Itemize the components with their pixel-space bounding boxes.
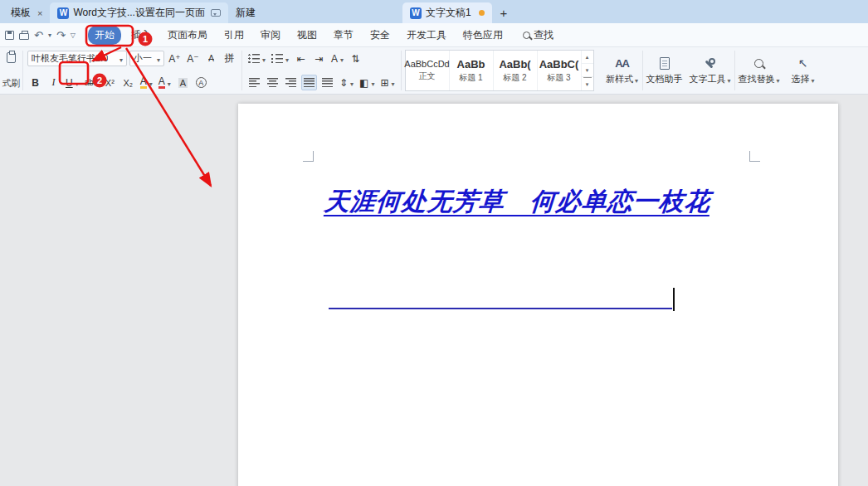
format-painter-label: 式刷 bbox=[2, 77, 21, 90]
redo-icon[interactable]: ↷ bbox=[56, 27, 66, 42]
align-right-button[interactable] bbox=[283, 75, 299, 90]
highlight-color-button[interactable]: A bbox=[139, 75, 154, 90]
margin-crop-mark-right bbox=[749, 151, 760, 162]
line-spacing-icon: ⇕ bbox=[339, 77, 348, 89]
style-heading-2[interactable]: AaBb( 标题 2 bbox=[494, 51, 538, 90]
borders-icon: ⊞ bbox=[380, 77, 388, 89]
chevron-down-icon bbox=[775, 75, 780, 85]
decrease-indent-button[interactable]: ⇤ bbox=[293, 51, 309, 66]
justify-icon bbox=[304, 78, 315, 87]
format-painter-button[interactable]: 式刷 bbox=[0, 47, 22, 94]
gallery-scroll-up-icon[interactable]: ▴ bbox=[582, 51, 593, 64]
tab-bar: 模板 × W Word文字技...设置在同一页面 新建 W 文字文稿1 + bbox=[0, 0, 868, 23]
enclose-characters-button[interactable]: A bbox=[193, 75, 209, 90]
search-icon bbox=[523, 32, 530, 39]
subscript-button[interactable]: X₂ bbox=[120, 75, 136, 90]
text-tools-button[interactable]: 文字工具 bbox=[686, 47, 734, 94]
style-heading-3[interactable]: AaBbC( 标题 3 bbox=[538, 51, 582, 90]
menu-tab-section[interactable]: 章节 bbox=[327, 26, 360, 45]
toolbar-options-caret-icon[interactable]: ▽ bbox=[71, 27, 76, 42]
style-heading-1[interactable]: AaBb 标题 1 bbox=[450, 51, 494, 90]
phonetic-guide-button[interactable]: 拼 bbox=[222, 51, 237, 66]
character-scale-icon: A bbox=[331, 53, 338, 65]
chevron-down-icon bbox=[261, 53, 266, 65]
home-ribbon: 式刷 叶根友毛笔行书2.0 小一 A⁺ A⁻ A 拼 B I bbox=[0, 47, 868, 95]
character-scale-button[interactable]: A bbox=[329, 51, 345, 66]
strikethrough-button[interactable]: abc bbox=[83, 75, 100, 90]
gallery-scroll-down-icon[interactable]: ▾ bbox=[582, 64, 593, 77]
distribute-button[interactable] bbox=[319, 75, 335, 90]
style-normal[interactable]: AaBbCcDd 正文 bbox=[406, 51, 450, 90]
numbered-list-button[interactable] bbox=[270, 51, 290, 66]
print-icon[interactable] bbox=[19, 27, 29, 42]
tab-word-article-label: Word文字技...设置在同一页面 bbox=[73, 6, 204, 20]
gallery-more-icon[interactable]: ▾ bbox=[583, 77, 592, 90]
clear-format-button[interactable]: A bbox=[203, 51, 219, 66]
tab-active-document-label: 文字文稿1 bbox=[426, 6, 471, 20]
undo-history-caret-icon[interactable]: ▾ bbox=[48, 27, 51, 42]
menu-tab-view[interactable]: 视图 bbox=[290, 26, 324, 45]
underline-button[interactable]: U bbox=[64, 75, 80, 90]
bullet-list-button[interactable] bbox=[246, 51, 267, 66]
font-size-combo[interactable]: 小一 bbox=[129, 51, 164, 66]
margin-crop-mark-left bbox=[303, 151, 314, 162]
borders-button[interactable]: ⊞ bbox=[378, 75, 396, 90]
find-replace-button[interactable]: 查找替换 bbox=[735, 47, 783, 94]
style-preview: AaBbCcDd bbox=[404, 59, 449, 69]
menu-tab-insert[interactable]: 插入 bbox=[124, 26, 158, 45]
menu-tab-special-apps[interactable]: 特色应用 bbox=[456, 26, 510, 45]
document-heading-text[interactable]: 天涯何处无芳草 何必单恋一枝花 bbox=[324, 185, 712, 219]
save-icon[interactable] bbox=[5, 27, 14, 42]
close-icon[interactable]: × bbox=[37, 8, 42, 18]
superscript-button[interactable]: X² bbox=[102, 75, 118, 90]
line-spacing-button[interactable]: ⇕ bbox=[338, 75, 355, 90]
font-color-button[interactable]: A bbox=[157, 75, 173, 90]
find-command[interactable]: 查找 bbox=[523, 28, 553, 42]
tab-active-document[interactable]: W 文字文稿1 bbox=[402, 2, 492, 23]
sort-button[interactable]: ⇅ bbox=[348, 51, 363, 66]
styles-gallery: AaBbCcDd 正文 AaBb 标题 1 AaBb( 标题 2 AaBbC( … bbox=[405, 50, 594, 91]
italic-button[interactable]: I bbox=[46, 75, 61, 90]
grow-font-button[interactable]: A⁺ bbox=[167, 51, 183, 66]
chevron-down-icon bbox=[369, 77, 374, 89]
document-assistant-button[interactable]: 文档助手 bbox=[643, 47, 686, 94]
select-button[interactable]: ↖ 选择 bbox=[783, 47, 823, 94]
character-shading-icon: A bbox=[178, 78, 188, 88]
align-left-button[interactable] bbox=[246, 75, 262, 90]
style-label: 标题 2 bbox=[503, 72, 526, 84]
justify-button[interactable] bbox=[301, 75, 317, 90]
menu-tab-dev-tools[interactable]: 开发工具 bbox=[400, 26, 453, 45]
group-separator bbox=[401, 51, 402, 90]
menu-tab-page-layout[interactable]: 页面布局 bbox=[161, 26, 214, 45]
comment-icon[interactable] bbox=[211, 9, 221, 17]
shading-button[interactable]: ◧ bbox=[358, 75, 376, 90]
new-style-button[interactable]: AA 新样式 bbox=[602, 47, 642, 94]
bullet-list-icon bbox=[248, 54, 260, 63]
font-name-combo[interactable]: 叶根友毛笔行书2.0 bbox=[27, 51, 127, 66]
wps-writer-window: 模板 × W Word文字技...设置在同一页面 新建 W 文字文稿1 + ↶ … bbox=[0, 0, 868, 95]
find-command-label: 查找 bbox=[534, 28, 553, 42]
menu-tab-references[interactable]: 引用 bbox=[217, 26, 251, 45]
increase-indent-button[interactable]: ⇥ bbox=[311, 51, 327, 66]
tab-template[interactable]: 模板 × bbox=[3, 2, 50, 23]
menu-tab-review[interactable]: 审阅 bbox=[254, 26, 287, 45]
align-center-button[interactable] bbox=[265, 75, 280, 90]
highlight-icon: A bbox=[140, 77, 147, 89]
character-shading-button[interactable]: A bbox=[175, 75, 191, 90]
chevron-down-icon bbox=[339, 53, 344, 65]
new-style-icon: AA bbox=[615, 56, 629, 70]
document-page[interactable]: 天涯何处无芳草 何必单恋一枝花 bbox=[238, 104, 838, 486]
bold-button[interactable]: B bbox=[27, 75, 43, 90]
menu-tab-home[interactable]: 开始 bbox=[88, 26, 121, 45]
tab-template-label: 模板 bbox=[11, 6, 31, 20]
tab-word-article[interactable]: W Word文字技...设置在同一页面 bbox=[50, 2, 227, 23]
document-canvas[interactable]: 天涯何处无芳草 何必单恋一枝花 bbox=[0, 95, 868, 486]
new-tab-button[interactable]: + bbox=[492, 2, 516, 23]
tab-new[interactable]: 新建 bbox=[228, 2, 263, 23]
style-label: 正文 bbox=[419, 70, 436, 82]
undo-icon[interactable]: ↶ bbox=[34, 27, 43, 42]
shrink-font-button[interactable]: A⁻ bbox=[185, 51, 201, 66]
menu-tab-security[interactable]: 安全 bbox=[363, 26, 397, 45]
ribbon-tools: AA 新样式 文档助手 文字工具 查找替换 ↖ 选择 bbox=[602, 47, 823, 94]
font-group: 叶根友毛笔行书2.0 小一 A⁺ A⁻ A 拼 B I U ab bbox=[23, 47, 241, 94]
